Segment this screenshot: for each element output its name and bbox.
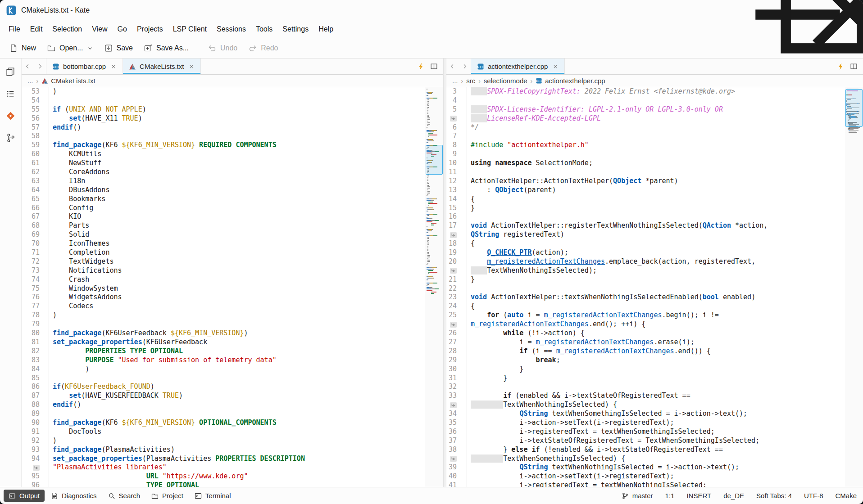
status-soft-tabs-4[interactable]: Soft Tabs: 4 <box>756 490 792 501</box>
code-line: 13 : QObject(parent) <box>446 186 845 195</box>
tab-cmakelists-txt[interactable]: CMakeLists.txt <box>123 58 201 74</box>
menu-settings[interactable]: Settings <box>277 22 313 36</box>
minimap-viewport[interactable] <box>426 145 443 175</box>
save-button[interactable]: Save <box>100 40 137 56</box>
menu-file[interactable]: File <box>4 22 25 36</box>
editor-left[interactable]: 53)5455if (UNIX AND NOT APPLE)56 set(HAV… <box>22 87 443 487</box>
breadcrumb-cmakelists-txt[interactable]: CMakeLists.txt <box>40 77 96 85</box>
tab-bottombar-cpp[interactable]: C++bottombar.cpp <box>46 58 123 74</box>
chevron-down-icon <box>87 45 93 51</box>
line-number: 40 <box>446 472 467 481</box>
tab-scroll-right-button[interactable] <box>34 58 46 74</box>
breadcrumb-[interactable]: ... <box>451 77 459 85</box>
panel-diagnostics-button[interactable]: Diagnostics <box>46 490 102 502</box>
code-text: set(HAVE_KUSERFEEDBACK TRUE) <box>49 392 183 400</box>
line-number: 18 <box>446 239 467 248</box>
close-icon[interactable] <box>188 63 195 70</box>
tab-scroll-left-button[interactable] <box>446 58 459 74</box>
dock-git-button[interactable] <box>5 111 16 123</box>
breadcrumb-[interactable]: ... <box>26 77 35 85</box>
tab-actiontexthelper-cpp[interactable]: C++actiontexthelper.cpp <box>471 58 565 74</box>
status-master[interactable]: master <box>622 490 653 501</box>
split-view-icon[interactable] <box>850 63 858 70</box>
breadcrumb-separator: › <box>35 77 41 85</box>
status-de-de[interactable]: de_DE <box>723 490 744 501</box>
status-cmake[interactable]: CMake <box>835 490 857 501</box>
dock-commits-button[interactable] <box>5 133 16 145</box>
minimap-scrollbar[interactable] <box>425 87 443 487</box>
close-icon[interactable] <box>552 63 559 70</box>
undo-button[interactable]: Undo <box>203 40 242 56</box>
code-line: TextWhenNothingIsSelected) { <box>446 400 845 410</box>
breadcrumb-actiontexthelper-cpp[interactable]: C++actiontexthelper.cpp <box>534 77 606 85</box>
line-number: 77 <box>22 302 49 311</box>
line-wrap-marker <box>446 454 467 464</box>
close-icon[interactable] <box>110 63 117 70</box>
save-label: Save <box>117 44 133 52</box>
code-text: Solid <box>49 230 89 239</box>
code-text: } <box>467 204 475 213</box>
save-as-button[interactable]: Save As... <box>139 40 193 56</box>
code-line: 58 <box>22 132 425 141</box>
menu-help[interactable]: Help <box>313 22 338 36</box>
quick-open-lightning-icon[interactable] <box>837 63 845 70</box>
line-number: 78 <box>22 311 49 320</box>
code-line: 57endif() <box>22 123 425 132</box>
panel-project-button[interactable]: Project <box>146 490 188 502</box>
line-number: 65 <box>22 195 49 204</box>
menu-go[interactable]: Go <box>113 22 132 36</box>
status-1-1[interactable]: 1:1 <box>665 490 675 501</box>
breadcrumb-selectionmode[interactable]: selectionmode <box>482 77 529 85</box>
menu-lsp-client[interactable]: LSP Client <box>168 22 212 36</box>
status-utf-8[interactable]: UTF-8 <box>804 490 823 501</box>
statusbar-info: master1:1INSERTde_DESoft Tabs: 4UTF-8CMa… <box>622 490 857 501</box>
panel-search-button[interactable]: Search <box>103 490 145 502</box>
menu-view[interactable]: View <box>87 22 112 36</box>
code-text: for (auto i = m_registeredActionTextChan… <box>467 311 719 320</box>
menu-tools[interactable]: Tools <box>251 22 277 36</box>
code-text <box>467 132 471 141</box>
pane-splitter[interactable] <box>443 58 446 487</box>
code-text: i->action->setText(i->registeredText); <box>467 418 674 428</box>
line-number: 6 <box>446 123 467 132</box>
line-number: 75 <box>22 284 49 293</box>
menu-edit[interactable]: Edit <box>25 22 48 36</box>
breadcrumb-label: src <box>466 77 475 85</box>
line-number: 20 <box>446 257 467 266</box>
open-button[interactable]: Open... <box>42 40 97 56</box>
code-text: KCMUtils <box>49 150 101 159</box>
quick-open-lightning-icon[interactable] <box>417 63 425 70</box>
menu-selection[interactable]: Selection <box>47 22 87 36</box>
minimap-scrollbar[interactable] <box>845 87 863 487</box>
breadcrumb-src[interactable]: src <box>465 77 477 85</box>
minimap-viewport[interactable] <box>845 89 863 127</box>
code-line: 20 m_registeredActionTextChanges.emplace… <box>446 257 845 266</box>
menu-projects[interactable]: Projects <box>132 22 168 36</box>
line-number: 7 <box>446 132 467 141</box>
code-line: 94set_package_properties(PlasmaActivitie… <box>22 454 425 464</box>
line-number: 13 <box>446 186 467 195</box>
redo-button[interactable]: Redo <box>244 40 282 56</box>
tab-scroll-right-button[interactable] <box>459 58 471 74</box>
code-line: 8#include "actiontexthelper.h" <box>446 141 845 150</box>
code-line: m_registeredActionTextChanges.end(); ++i… <box>446 320 845 329</box>
code-area[interactable]: 3 SPDX-FileCopyrightText: 2022 Felix Ern… <box>446 87 845 487</box>
menu-sessions[interactable]: Sessions <box>212 22 251 36</box>
panel-terminal-button[interactable]: Terminal <box>190 490 236 502</box>
panel-output-button[interactable]: Output <box>4 490 45 502</box>
close-button[interactable] <box>837 0 863 21</box>
dock-documents-button[interactable] <box>5 67 16 79</box>
code-area[interactable]: 53)5455if (UNIX AND NOT APPLE)56 set(HAV… <box>22 87 425 487</box>
code-text: TextWhenSomethingIsSelected) { <box>467 454 625 464</box>
status-insert[interactable]: INSERT <box>686 490 711 501</box>
code-text: Notifications <box>49 266 122 275</box>
new-button[interactable]: New <box>5 40 41 56</box>
tab-scroll-left-button[interactable] <box>22 58 34 74</box>
breadcrumb-separator: › <box>529 77 535 85</box>
editor-right[interactable]: 3 SPDX-FileCopyrightText: 2022 Felix Ern… <box>446 87 863 487</box>
breadcrumb-separator: › <box>477 77 482 85</box>
dock-symbols-button[interactable] <box>5 89 16 101</box>
split-view-icon[interactable] <box>430 63 438 70</box>
line-number: 57 <box>22 123 49 132</box>
tabbar-left: C++bottombar.cppCMakeLists.txt <box>22 58 443 75</box>
